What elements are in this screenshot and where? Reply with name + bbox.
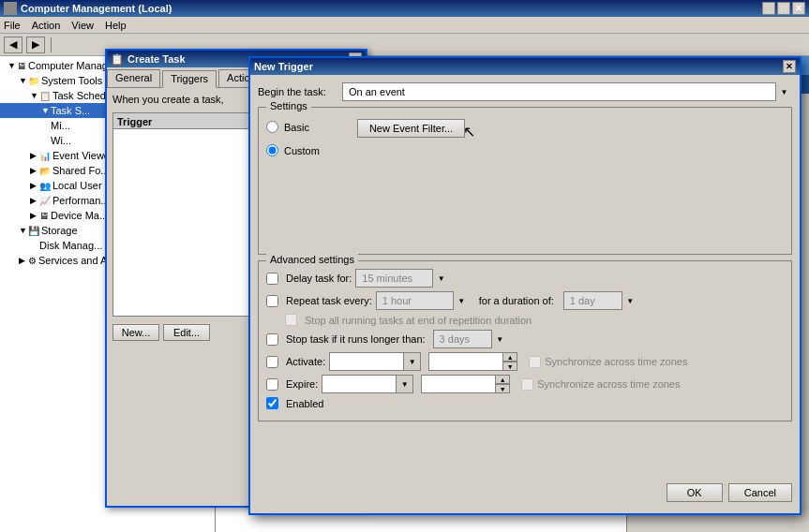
expire-date-input[interactable]: 22.12.2014 — [322, 375, 397, 393]
stop-longer-checkbox[interactable] — [266, 333, 278, 346]
stop-repetition-label: Stop all running tasks at end of repetit… — [305, 315, 532, 326]
ct-new-button[interactable]: New... — [112, 324, 159, 341]
settings-content: Basic Custom New Event Filter... ↖ — [266, 115, 784, 162]
delay-select-wrapper: 15 minutes ▼ — [355, 269, 449, 288]
stop-longer-row: Stop task if it runs longer than: 3 days… — [266, 330, 784, 348]
sync-expire-checkbox[interactable] — [521, 378, 533, 391]
activate-label: Activate: — [286, 356, 325, 367]
delay-checkbox[interactable] — [266, 273, 278, 285]
close-button[interactable]: ✕ — [792, 2, 805, 15]
menu-action[interactable]: Action — [32, 20, 61, 31]
tree-expand-icon: ▼ — [19, 76, 28, 85]
activate-row: Activate: 22.12.2013 ▼ 11:27:07 ▲ ▼ Sync… — [266, 352, 784, 371]
nt-titlebar: New Trigger ✕ — [250, 58, 800, 75]
expire-date-arrow[interactable]: ▼ — [397, 375, 413, 393]
expire-time-input[interactable]: 11:27:07 — [421, 375, 496, 393]
nt-body: Begin the task: On an event On a schedul… — [250, 75, 800, 435]
tree-expand-icon: ▶ — [30, 211, 39, 220]
sync-expire-label: Synchronize across time zones — [537, 378, 680, 390]
settings-group: Settings Basic Custom New Event Filter..… — [258, 107, 792, 255]
tree-expand-icon: ▼ — [7, 61, 17, 70]
duration-select[interactable]: 1 day — [563, 291, 638, 310]
minimize-button[interactable]: _ — [762, 2, 775, 15]
expire-checkbox[interactable] — [266, 378, 278, 391]
activate-time-up[interactable]: ▲ — [503, 353, 517, 362]
tree-label: Services and A — [38, 255, 107, 266]
tab-triggers[interactable]: Triggers — [162, 70, 217, 88]
new-trigger-dialog: New Trigger ✕ Begin the task: On an even… — [248, 56, 802, 515]
services-icon: ⚙ — [28, 256, 37, 266]
radio-custom[interactable] — [266, 144, 278, 156]
tree-expand-icon: ▼ — [19, 226, 28, 235]
duration-select-wrapper: 1 day ▼ — [563, 291, 638, 310]
expire-time-wrapper: 11:27:07 ▲ ▼ — [421, 375, 510, 393]
nt-title: New Trigger — [254, 61, 313, 72]
begin-task-row: Begin the task: On an event On a schedul… — [258, 82, 792, 101]
tree-label: Local User — [52, 180, 102, 191]
nt-footer: OK Cancel — [250, 478, 800, 508]
expire-time-down[interactable]: ▼ — [496, 384, 509, 392]
shared-icon: 📂 — [39, 166, 51, 176]
repeat-select-wrapper: 1 hour ▼ — [376, 291, 470, 310]
toolbar-separator — [51, 37, 52, 52]
users-icon: 👥 — [39, 181, 51, 191]
tree-expand-icon: ▶ — [30, 151, 39, 160]
menu-file[interactable]: File — [4, 20, 21, 31]
begin-task-select[interactable]: On an event On a schedule At log on At s… — [342, 82, 792, 101]
sync-activate-label: Synchronize across time zones — [545, 356, 687, 367]
sync-expire-wrapper: Synchronize across time zones — [521, 378, 680, 391]
storage-icon: 💾 — [28, 226, 39, 236]
duration-label: for a duration of: — [479, 295, 554, 306]
expire-time-up[interactable]: ▲ — [496, 376, 509, 384]
tree-label: Shared Fo... — [52, 165, 110, 176]
stop-longer-select[interactable]: 3 days — [433, 330, 508, 348]
sync-activate-checkbox[interactable] — [529, 356, 541, 368]
ct-edit-button[interactable]: Edit... — [163, 324, 210, 341]
sync-activate-wrapper: Synchronize across time zones — [529, 356, 687, 368]
nt-close-button[interactable]: ✕ — [783, 60, 796, 73]
ok-button[interactable]: OK — [667, 483, 723, 502]
repeat-row: Repeat task every: 1 hour ▼ for a durati… — [266, 291, 784, 310]
toolbar-back-button[interactable]: ◀ — [4, 37, 22, 53]
radio-basic[interactable] — [266, 121, 278, 133]
ct-title: Create Task — [127, 53, 186, 65]
menu-help[interactable]: Help — [105, 20, 127, 31]
enabled-label: Enabled — [286, 398, 323, 409]
repeat-checkbox[interactable] — [266, 295, 278, 307]
activate-date-arrow[interactable]: ▼ — [404, 352, 421, 371]
expire-row: Expire: 22.12.2014 ▼ 11:27:07 ▲ ▼ Synchr… — [266, 375, 784, 393]
enabled-checkbox[interactable] — [266, 397, 278, 409]
delay-select[interactable]: 15 minutes — [355, 269, 449, 288]
repeat-select[interactable]: 1 hour — [376, 291, 470, 310]
settings-group-title: Settings — [266, 100, 311, 111]
tab-general[interactable]: General — [107, 69, 160, 87]
activate-date-wrapper: 22.12.2013 ▼ — [329, 352, 421, 371]
cm-icon — [4, 2, 17, 15]
activate-time-down[interactable]: ▼ — [503, 362, 517, 370]
new-event-filter-button[interactable]: New Event Filter... ↖ — [357, 119, 465, 138]
expire-date-wrapper: 22.12.2014 ▼ — [322, 375, 413, 393]
delay-row: Delay task for: 15 minutes ▼ — [266, 269, 784, 288]
tree-expand-icon: ▼ — [30, 91, 39, 100]
cm-titlebar: Computer Management (Local) _ □ ✕ — [0, 0, 809, 17]
delay-label: Delay task for: — [286, 273, 352, 284]
enabled-row: Enabled — [266, 397, 784, 409]
activate-time-spinners: ▲ ▼ — [503, 352, 517, 371]
stop-longer-select-wrapper: 3 days ▼ — [433, 330, 508, 348]
toolbar-forward-button[interactable]: ▶ — [26, 37, 45, 53]
cancel-button[interactable]: Cancel — [728, 483, 792, 502]
radio-custom-row: Custom — [266, 144, 320, 156]
stop-repetition-checkbox[interactable] — [285, 314, 297, 326]
maximize-button[interactable]: □ — [777, 2, 790, 15]
perf-icon: 📈 — [39, 196, 51, 206]
event-icon: 📊 — [39, 151, 51, 161]
activate-time-input[interactable]: 11:27:07 — [428, 352, 503, 371]
tree-label: Performan... — [52, 195, 110, 206]
menu-view[interactable]: View — [71, 20, 94, 31]
activate-checkbox[interactable] — [266, 356, 278, 368]
stop-repetition-row: Stop all running tasks at end of repetit… — [266, 314, 784, 326]
folder-icon: 📁 — [28, 76, 39, 86]
activate-date-input[interactable]: 22.12.2013 — [329, 352, 404, 371]
radio-group: Basic Custom — [266, 115, 320, 162]
tree-label: Disk Manag... — [39, 240, 102, 251]
